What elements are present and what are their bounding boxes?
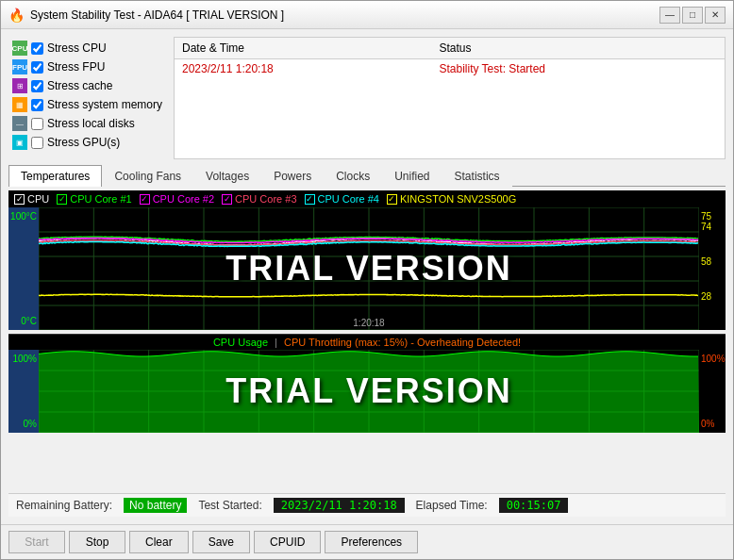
stress-cache-item: ⊞ Stress cache — [12, 78, 162, 93]
upper-chart: ✓ CPU ✓ CPU Core #1 ✓ — [8, 190, 726, 330]
window-title: System Stability Test - AIDA64 [ TRIAL V… — [30, 8, 284, 22]
lower-chart: CPU Usage | CPU Throttling (max: 15%) - … — [8, 334, 726, 433]
start-button[interactable]: Start — [8, 531, 65, 553]
elapsed-value: 00:15:07 — [499, 498, 569, 513]
legend-cpu-core3[interactable]: ✓ CPU Core #3 — [222, 193, 296, 205]
status-bar: Remaining Battery: No battery Test Start… — [8, 493, 726, 517]
legend-cpu-core1[interactable]: ✓ CPU Core #1 — [57, 193, 131, 205]
clear-button[interactable]: Clear — [129, 531, 189, 553]
y-axis-right-top: 75 74 — [701, 211, 724, 232]
stress-cpu-checkbox[interactable] — [31, 42, 43, 55]
tab-clocks[interactable]: Clocks — [324, 165, 382, 187]
y-axis-left: 100°C 0°C — [8, 207, 39, 330]
upper-chart-area: 100°C 0°C TRIAL VERSION 1:20:18 75 74 — [8, 207, 726, 330]
fpu-icon: FPU — [12, 59, 27, 74]
legend-cpu-core4[interactable]: ✓ CPU Core #4 — [305, 193, 379, 205]
header-separator: | — [275, 337, 280, 348]
legend-cpu-label: CPU — [27, 193, 49, 205]
stress-fpu-label[interactable]: Stress FPU — [47, 60, 105, 74]
lower-y-top: 100% — [10, 354, 37, 364]
test-started-value: 2023/2/11 1:20:18 — [274, 498, 405, 513]
bottom-buttons: Start Stop Clear Save CPUID Preferences — [1, 524, 733, 559]
close-button[interactable]: ✕ — [705, 7, 726, 24]
elapsed-label: Elapsed Time: — [416, 499, 488, 512]
cpu-usage-header: CPU Usage | CPU Throttling (max: 15%) - … — [8, 334, 726, 350]
stress-disk-checkbox[interactable] — [31, 118, 43, 130]
table-row: 2023/2/11 1:20:18 Stability Test: Starte… — [175, 59, 725, 79]
main-window: 🔥 System Stability Test - AIDA64 [ TRIAL… — [0, 0, 734, 560]
y-axis-top: 100°C — [10, 211, 37, 222]
stress-gpu-checkbox[interactable] — [31, 137, 43, 149]
tab-voltages[interactable]: Voltages — [193, 165, 261, 187]
legend-cpu-core2[interactable]: ✓ CPU Core #2 — [140, 193, 214, 205]
tab-temperatures[interactable]: Temperatures — [8, 165, 102, 187]
legend-cpu-core1-checkbox[interactable]: ✓ — [57, 194, 67, 205]
lower-y-axis-left: 100% 0% — [8, 350, 39, 433]
legend-cpu-core2-checkbox[interactable]: ✓ — [140, 194, 150, 205]
lower-y-bottom: 0% — [10, 419, 37, 429]
stress-gpu-item: ▣ Stress GPU(s) — [12, 135, 162, 150]
disk-icon: — — [12, 116, 27, 131]
tab-cooling-fans[interactable]: Cooling Fans — [102, 165, 193, 187]
x-axis-label: 1:20:18 — [353, 318, 384, 328]
top-section: CPU Stress CPU FPU Stress FPU ⊞ Stress c… — [8, 37, 726, 159]
datetime-cell: 2023/2/11 1:20:18 — [175, 59, 431, 79]
tab-powers[interactable]: Powers — [261, 165, 324, 187]
cpu-icon: CPU — [12, 41, 27, 56]
test-started-label: Test Started: — [198, 499, 261, 512]
lower-y-right-bottom: 0% — [701, 419, 724, 429]
stress-memory-item: ▦ Stress system memory — [12, 97, 162, 112]
battery-value: No battery — [124, 498, 187, 513]
legend-kingston[interactable]: ✓ KINGSTON SNV2S500G — [387, 193, 516, 205]
throttling-label: CPU Throttling (max: 15%) - Overheating … — [284, 337, 521, 348]
app-icon: 🔥 — [8, 8, 25, 23]
stress-gpu-label[interactable]: Stress GPU(s) — [47, 136, 120, 149]
gpu-icon: ▣ — [12, 135, 27, 150]
stress-cache-checkbox[interactable] — [31, 80, 43, 92]
legend-cpu-core3-label: CPU Core #3 — [235, 193, 296, 205]
title-bar-buttons: — □ ✕ — [659, 7, 726, 24]
cpuid-button[interactable]: CPUID — [254, 531, 321, 553]
memory-icon: ▦ — [12, 97, 27, 112]
checkboxes-panel: CPU Stress CPU FPU Stress FPU ⊞ Stress c… — [8, 37, 166, 159]
status-header: Status — [431, 38, 725, 59]
maximize-button[interactable]: □ — [682, 7, 703, 24]
stop-button[interactable]: Stop — [69, 531, 125, 553]
minimize-button[interactable]: — — [659, 7, 680, 24]
stress-memory-label[interactable]: Stress system memory — [47, 98, 162, 111]
stress-cpu-label[interactable]: Stress CPU — [47, 41, 107, 55]
tab-unified[interactable]: Unified — [382, 165, 442, 187]
datetime-header: Date & Time — [175, 38, 431, 59]
tab-content: ✓ CPU ✓ CPU Core #1 ✓ — [8, 187, 726, 487]
stress-memory-checkbox[interactable] — [31, 99, 43, 111]
y-axis-right-mid2: 28 — [701, 291, 724, 302]
title-bar-left: 🔥 System Stability Test - AIDA64 [ TRIAL… — [8, 8, 284, 23]
y-axis-right: 75 74 58 28 — [699, 207, 726, 330]
legend-cpu-core2-label: CPU Core #2 — [153, 193, 214, 205]
stress-cache-label[interactable]: Stress cache — [47, 79, 112, 92]
content-area: CPU Stress CPU FPU Stress FPU ⊞ Stress c… — [1, 29, 733, 524]
stress-fpu-item: FPU Stress FPU — [12, 59, 162, 74]
save-button[interactable]: Save — [192, 531, 250, 553]
tabs-section: Temperatures Cooling Fans Voltages Power… — [8, 165, 726, 487]
stress-fpu-checkbox[interactable] — [31, 61, 43, 74]
legend-cpu-core3-checkbox[interactable]: ✓ — [222, 194, 232, 205]
legend-cpu[interactable]: ✓ CPU — [14, 193, 49, 205]
tab-bar: Temperatures Cooling Fans Voltages Power… — [8, 165, 726, 187]
stress-disk-item: — Stress local disks — [12, 116, 162, 131]
upper-chart-canvas: TRIAL VERSION 1:20:18 — [39, 207, 699, 330]
y-axis-bottom: 0°C — [10, 316, 37, 326]
legend-cpu-core4-checkbox[interactable]: ✓ — [305, 194, 315, 205]
cpu-usage-label: CPU Usage — [213, 337, 268, 348]
stress-disk-label[interactable]: Stress local disks — [47, 117, 135, 130]
legend-kingston-checkbox[interactable]: ✓ — [387, 194, 397, 205]
lower-chart-area: 100% 0% TRIAL VERSION 100% 0% — [8, 350, 726, 433]
status-cell: Stability Test: Started — [431, 59, 725, 79]
legend-cpu-checkbox[interactable]: ✓ — [14, 194, 25, 205]
legend-kingston-label: KINGSTON SNV2S500G — [400, 193, 516, 205]
lower-y-right-top: 100% — [701, 354, 724, 364]
tab-statistics[interactable]: Statistics — [442, 165, 512, 187]
legend-cpu-core4-label: CPU Core #4 — [318, 193, 379, 205]
battery-label: Remaining Battery: — [16, 499, 112, 512]
preferences-button[interactable]: Preferences — [325, 531, 418, 553]
